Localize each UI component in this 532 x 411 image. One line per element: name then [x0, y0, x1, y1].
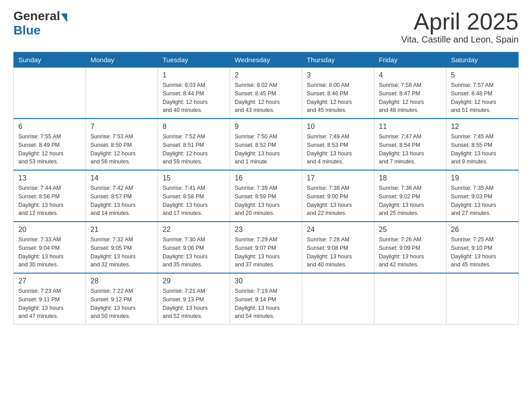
- calendar-cell: 27Sunrise: 7:23 AM Sunset: 9:11 PM Dayli…: [14, 273, 86, 325]
- calendar-cell: 3Sunrise: 8:00 AM Sunset: 8:46 PM Daylig…: [302, 68, 374, 119]
- day-number: 12: [451, 123, 514, 131]
- day-info: Sunrise: 8:03 AM Sunset: 8:44 PM Dayligh…: [163, 81, 225, 115]
- day-number: 6: [18, 123, 81, 131]
- month-title: April 2025: [401, 9, 519, 34]
- calendar-cell: 25Sunrise: 7:26 AM Sunset: 9:09 PM Dayli…: [374, 222, 446, 273]
- day-number: 25: [379, 226, 442, 234]
- weekday-header-saturday: Saturday: [446, 52, 519, 68]
- day-number: 21: [90, 226, 153, 234]
- day-info: Sunrise: 7:42 AM Sunset: 8:57 PM Dayligh…: [90, 184, 153, 218]
- calendar-cell: 2Sunrise: 8:02 AM Sunset: 8:45 PM Daylig…: [230, 68, 302, 119]
- calendar-cell: 17Sunrise: 7:38 AM Sunset: 9:00 PM Dayli…: [302, 170, 374, 222]
- day-number: 15: [163, 174, 225, 182]
- calendar-cell: [374, 273, 446, 325]
- day-info: Sunrise: 7:57 AM Sunset: 8:48 PM Dayligh…: [451, 81, 514, 115]
- week-row-3: 13Sunrise: 7:44 AM Sunset: 8:56 PM Dayli…: [14, 170, 519, 222]
- logo-general-text: General: [13, 9, 60, 23]
- calendar-cell: 26Sunrise: 7:25 AM Sunset: 9:10 PM Dayli…: [446, 222, 519, 273]
- calendar-cell: 20Sunrise: 7:33 AM Sunset: 9:04 PM Dayli…: [14, 222, 86, 273]
- day-info: Sunrise: 7:55 AM Sunset: 8:49 PM Dayligh…: [18, 133, 81, 166]
- week-row-2: 6Sunrise: 7:55 AM Sunset: 8:49 PM Daylig…: [14, 119, 519, 170]
- day-number: 23: [235, 226, 297, 234]
- day-number: 4: [379, 71, 442, 79]
- week-row-5: 27Sunrise: 7:23 AM Sunset: 9:11 PM Dayli…: [14, 273, 519, 325]
- title-section: April 2025 Vita, Castille and Leon, Spai…: [401, 9, 519, 45]
- calendar-cell: 22Sunrise: 7:30 AM Sunset: 9:06 PM Dayli…: [158, 222, 230, 273]
- week-row-1: 1Sunrise: 8:03 AM Sunset: 8:44 PM Daylig…: [14, 68, 519, 119]
- calendar-table: SundayMondayTuesdayWednesdayThursdayFrid…: [13, 52, 519, 325]
- day-info: Sunrise: 7:22 AM Sunset: 9:12 PM Dayligh…: [90, 287, 153, 321]
- calendar-cell: 4Sunrise: 7:58 AM Sunset: 8:47 PM Daylig…: [374, 68, 446, 119]
- day-number: 29: [163, 277, 225, 285]
- calendar-cell: 16Sunrise: 7:39 AM Sunset: 8:59 PM Dayli…: [230, 170, 302, 222]
- calendar-cell: 9Sunrise: 7:50 AM Sunset: 8:52 PM Daylig…: [230, 119, 302, 170]
- day-info: Sunrise: 7:29 AM Sunset: 9:07 PM Dayligh…: [235, 235, 297, 269]
- calendar-cell: 8Sunrise: 7:52 AM Sunset: 8:51 PM Daylig…: [158, 119, 230, 170]
- day-info: Sunrise: 7:32 AM Sunset: 9:05 PM Dayligh…: [90, 235, 153, 269]
- day-number: 9: [235, 123, 297, 131]
- calendar-cell: 18Sunrise: 7:36 AM Sunset: 9:02 PM Dayli…: [374, 170, 446, 222]
- day-info: Sunrise: 7:39 AM Sunset: 8:59 PM Dayligh…: [235, 184, 297, 218]
- weekday-header-friday: Friday: [374, 52, 446, 68]
- day-number: 1: [163, 71, 225, 79]
- day-info: Sunrise: 7:53 AM Sunset: 8:50 PM Dayligh…: [90, 133, 153, 166]
- weekday-header-tuesday: Tuesday: [158, 52, 230, 68]
- day-info: Sunrise: 7:38 AM Sunset: 9:00 PM Dayligh…: [307, 184, 369, 218]
- day-number: 19: [451, 174, 514, 182]
- calendar-cell: 23Sunrise: 7:29 AM Sunset: 9:07 PM Dayli…: [230, 222, 302, 273]
- header-row: SundayMondayTuesdayWednesdayThursdayFrid…: [14, 52, 519, 68]
- day-number: 2: [235, 71, 297, 79]
- day-info: Sunrise: 7:52 AM Sunset: 8:51 PM Dayligh…: [163, 133, 225, 166]
- calendar-cell: 29Sunrise: 7:21 AM Sunset: 9:13 PM Dayli…: [158, 273, 230, 325]
- location-title: Vita, Castille and Leon, Spain: [401, 34, 519, 45]
- day-info: Sunrise: 7:26 AM Sunset: 9:09 PM Dayligh…: [379, 235, 442, 269]
- day-number: 18: [379, 174, 442, 182]
- calendar-cell: 19Sunrise: 7:35 AM Sunset: 9:03 PM Dayli…: [446, 170, 519, 222]
- calendar-cell: [14, 68, 86, 119]
- day-info: Sunrise: 7:49 AM Sunset: 8:53 PM Dayligh…: [307, 133, 369, 166]
- day-info: Sunrise: 8:00 AM Sunset: 8:46 PM Dayligh…: [307, 81, 369, 115]
- calendar-cell: 11Sunrise: 7:47 AM Sunset: 8:54 PM Dayli…: [374, 119, 446, 170]
- calendar-cell: 30Sunrise: 7:19 AM Sunset: 9:14 PM Dayli…: [230, 273, 302, 325]
- calendar-cell: 21Sunrise: 7:32 AM Sunset: 9:05 PM Dayli…: [86, 222, 158, 273]
- day-number: 3: [307, 71, 369, 79]
- calendar-cell: 15Sunrise: 7:41 AM Sunset: 8:58 PM Dayli…: [158, 170, 230, 222]
- day-number: 13: [18, 174, 81, 182]
- calendar-cell: 12Sunrise: 7:45 AM Sunset: 8:55 PM Dayli…: [446, 119, 519, 170]
- day-number: 8: [163, 123, 225, 131]
- day-info: Sunrise: 7:25 AM Sunset: 9:10 PM Dayligh…: [451, 235, 514, 269]
- calendar-cell: 5Sunrise: 7:57 AM Sunset: 8:48 PM Daylig…: [446, 68, 519, 119]
- calendar-cell: 1Sunrise: 8:03 AM Sunset: 8:44 PM Daylig…: [158, 68, 230, 119]
- day-number: 11: [379, 123, 442, 131]
- day-number: 27: [18, 277, 81, 285]
- day-number: 14: [90, 174, 153, 182]
- calendar-cell: 6Sunrise: 7:55 AM Sunset: 8:49 PM Daylig…: [14, 119, 86, 170]
- weekday-header-thursday: Thursday: [302, 52, 374, 68]
- day-info: Sunrise: 7:58 AM Sunset: 8:47 PM Dayligh…: [379, 81, 442, 115]
- logo: General Blue: [13, 9, 68, 38]
- logo-blue-text: Blue: [13, 23, 41, 37]
- day-info: Sunrise: 7:47 AM Sunset: 8:54 PM Dayligh…: [379, 133, 442, 166]
- day-number: 17: [307, 174, 369, 182]
- day-info: Sunrise: 7:50 AM Sunset: 8:52 PM Dayligh…: [235, 133, 297, 166]
- weekday-header-monday: Monday: [86, 52, 158, 68]
- calendar-cell: 14Sunrise: 7:42 AM Sunset: 8:57 PM Dayli…: [86, 170, 158, 222]
- day-info: Sunrise: 7:19 AM Sunset: 9:14 PM Dayligh…: [235, 287, 297, 321]
- day-info: Sunrise: 7:30 AM Sunset: 9:06 PM Dayligh…: [163, 235, 225, 269]
- calendar-cell: [302, 273, 374, 325]
- week-row-4: 20Sunrise: 7:33 AM Sunset: 9:04 PM Dayli…: [14, 222, 519, 273]
- day-number: 26: [451, 226, 514, 234]
- day-info: Sunrise: 7:33 AM Sunset: 9:04 PM Dayligh…: [18, 235, 81, 269]
- calendar-cell: 24Sunrise: 7:28 AM Sunset: 9:08 PM Dayli…: [302, 222, 374, 273]
- day-number: 28: [90, 277, 153, 285]
- day-number: 10: [307, 123, 369, 131]
- day-info: Sunrise: 7:28 AM Sunset: 9:08 PM Dayligh…: [307, 235, 369, 269]
- calendar-cell: [446, 273, 519, 325]
- calendar-cell: [86, 68, 158, 119]
- day-info: Sunrise: 7:41 AM Sunset: 8:58 PM Dayligh…: [163, 184, 225, 218]
- page-header: General Blue April 2025 Vita, Castille a…: [13, 9, 519, 45]
- day-number: 22: [163, 226, 225, 234]
- day-number: 16: [235, 174, 297, 182]
- day-info: Sunrise: 7:35 AM Sunset: 9:03 PM Dayligh…: [451, 184, 514, 218]
- calendar-cell: 13Sunrise: 7:44 AM Sunset: 8:56 PM Dayli…: [14, 170, 86, 222]
